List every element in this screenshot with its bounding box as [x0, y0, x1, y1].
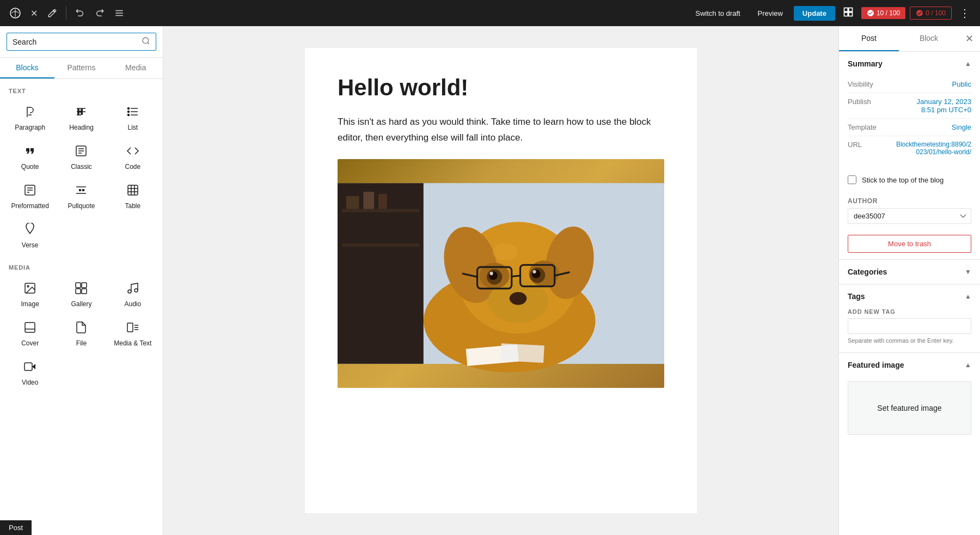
svg-rect-37 — [76, 289, 81, 294]
publish-value[interactable]: January 12, 2023 8:51 pm UTC+0 — [917, 98, 971, 114]
publish-time: 8:51 pm UTC+0 — [921, 106, 971, 114]
sticky-checkbox[interactable] — [848, 175, 856, 184]
toolbar: ✕ Switch to draf — [0, 0, 980, 26]
block-table[interactable]: Table — [107, 177, 158, 216]
svg-rect-36 — [82, 283, 87, 288]
quote-icon — [23, 144, 36, 160]
summary-section-header[interactable]: Summary ▲ — [839, 52, 980, 76]
svg-line-9 — [148, 42, 149, 44]
view-toggle-button[interactable] — [840, 3, 857, 23]
tab-patterns[interactable]: Patterns — [54, 58, 109, 78]
svg-rect-6 — [844, 13, 848, 16]
list-view-button[interactable] — [111, 5, 127, 21]
close-button[interactable]: ✕ — [27, 5, 41, 22]
main-editor-area: Hello world! This isn't as hard as you w… — [163, 26, 838, 535]
block-paragraph[interactable]: Paragraph — [4, 99, 56, 138]
undo-button[interactable] — [72, 5, 88, 21]
search-icon — [142, 37, 150, 47]
left-sidebar: Blocks Patterns Media TEXT Paragraph — [0, 26, 163, 535]
url-label: URL — [848, 141, 891, 149]
toolbar-divider — [66, 7, 66, 20]
list-label: List — [127, 124, 138, 131]
more-options-button[interactable]: ⋮ — [956, 3, 973, 23]
svg-rect-7 — [849, 13, 853, 16]
categories-chevron-icon: ▼ — [965, 268, 971, 276]
svg-point-62 — [510, 292, 527, 305]
block-file[interactable]: File — [56, 314, 107, 354]
author-label: AUTHOR — [848, 197, 971, 205]
tab-media[interactable]: Media — [108, 58, 163, 78]
block-code[interactable]: Code — [107, 138, 158, 177]
post-title[interactable]: Hello world! — [338, 74, 664, 101]
set-featured-image-button[interactable]: Set featured image — [848, 381, 971, 435]
svg-rect-4 — [844, 8, 848, 12]
post-image — [338, 159, 664, 388]
move-trash-button[interactable]: Move to trash — [848, 235, 971, 253]
tab-post[interactable]: Post — [839, 26, 899, 51]
block-cover[interactable]: Cover — [4, 314, 56, 354]
audio-icon — [126, 282, 139, 297]
featured-image-header[interactable]: Featured image ▲ — [839, 353, 980, 377]
block-preformatted[interactable]: Preformatted — [4, 177, 56, 216]
block-gallery[interactable]: Gallery — [56, 275, 107, 314]
block-image[interactable]: Image — [4, 275, 56, 314]
code-label: Code — [125, 163, 140, 171]
image-block-label: Image — [21, 300, 39, 308]
right-sidebar-close-button[interactable]: ✕ — [959, 28, 980, 49]
block-quote[interactable]: Quote — [4, 138, 56, 177]
publish-date: January 12, 2023 — [917, 98, 971, 106]
block-video[interactable]: Video — [4, 354, 56, 393]
search-input[interactable] — [13, 38, 137, 46]
toolbar-right: Switch to draft Preview Update 10 / 100 … — [689, 3, 973, 23]
tab-blocks[interactable]: Blocks — [0, 58, 54, 78]
block-heading[interactable]: H Heading — [56, 99, 107, 138]
tab-block[interactable]: Block — [899, 26, 959, 51]
svg-rect-43 — [127, 323, 133, 332]
url-row: URL Blockthemetesting:8890/2023/01/hello… — [848, 136, 971, 160]
readability-badge[interactable]: 10 / 100 — [861, 7, 905, 19]
block-verse[interactable]: Verse — [4, 216, 56, 256]
bottom-bar-label: Post — [9, 524, 23, 532]
svg-point-34 — [27, 285, 29, 287]
preview-button[interactable]: Preview — [751, 6, 789, 21]
main-layout: Blocks Patterns Media TEXT Paragraph — [0, 0, 980, 535]
tags-chevron-icon: ▲ — [965, 293, 971, 300]
tags-section: Tags ▲ ADD NEW TAG Separate with commas … — [839, 284, 980, 353]
visibility-value[interactable]: Public — [952, 80, 971, 88]
tag-input[interactable] — [848, 318, 971, 334]
block-classic[interactable]: Classic — [56, 138, 107, 177]
update-button[interactable]: Update — [794, 6, 835, 21]
tags-header[interactable]: Tags ▲ — [839, 284, 980, 308]
toolbar-left: ✕ — [7, 4, 127, 22]
switch-draft-button[interactable]: Switch to draft — [689, 6, 746, 21]
edit-icon[interactable] — [44, 5, 60, 21]
block-media-text[interactable]: Media & Text — [107, 314, 158, 354]
svg-rect-38 — [82, 289, 87, 294]
wp-logo-icon[interactable] — [7, 4, 24, 22]
media-blocks-grid: Image Gallery — [0, 275, 163, 393]
publish-label: Publish — [848, 98, 891, 106]
featured-image-section: Featured image ▲ Set featured image — [839, 353, 980, 443]
media-text-icon — [126, 321, 139, 336]
block-list[interactable]: List — [107, 99, 158, 138]
paragraph-label: Paragraph — [15, 124, 45, 131]
categories-header[interactable]: Categories ▼ — [839, 260, 980, 284]
svg-point-16 — [127, 111, 129, 113]
author-section: AUTHOR dee35007 — [839, 191, 980, 230]
template-value[interactable]: Single — [952, 123, 971, 131]
redo-button[interactable] — [91, 5, 108, 21]
post-body[interactable]: This isn't as hard as you would think. T… — [338, 114, 664, 146]
seo-badge[interactable]: 0 / 100 — [910, 7, 952, 20]
file-label: File — [76, 339, 87, 347]
sticky-label: Stick to the top of the blog — [862, 176, 944, 184]
cover-icon — [23, 321, 36, 336]
author-select[interactable]: dee35007 — [848, 208, 971, 224]
quote-label: Quote — [21, 163, 39, 171]
categories-title: Categories — [848, 268, 887, 276]
table-label: Table — [125, 202, 140, 210]
block-audio[interactable]: Audio — [107, 275, 158, 314]
editor-canvas[interactable]: Hello world! This isn't as hard as you w… — [305, 48, 697, 513]
media-section-label: MEDIA — [0, 256, 163, 275]
url-value[interactable]: Blockthemetesting:8890/2023/01/hello-wor… — [896, 141, 971, 156]
block-pullquote[interactable]: Pullquote — [56, 177, 107, 216]
